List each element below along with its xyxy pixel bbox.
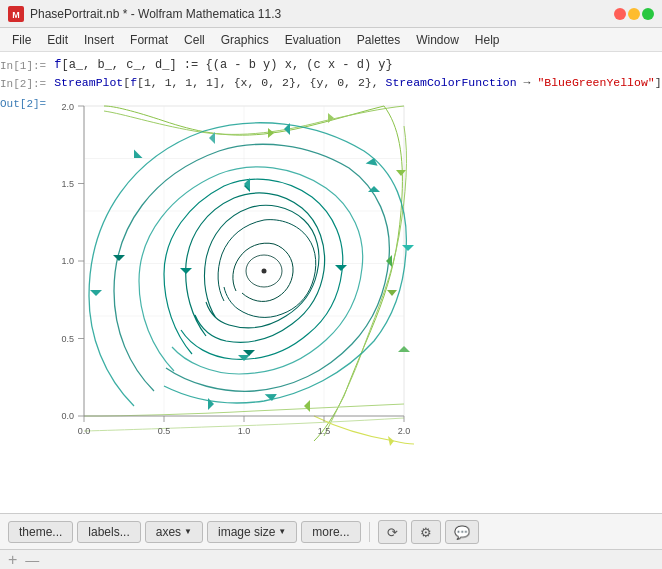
- axes-label: axes: [156, 525, 181, 539]
- menu-file[interactable]: File: [4, 31, 39, 49]
- svg-text:0.5: 0.5: [158, 426, 171, 436]
- svg-text:0.5: 0.5: [62, 334, 75, 344]
- settings-button[interactable]: ⚙: [411, 520, 441, 544]
- svg-text:1.0: 1.0: [238, 426, 251, 436]
- toolbar: theme... labels... axes ▼ image size ▼ m…: [0, 513, 662, 549]
- gear-icon: ⚙: [420, 525, 432, 540]
- svg-text:1.5: 1.5: [62, 179, 75, 189]
- in2-content[interactable]: StreamPlot[f[1, 1, 1, 1], {x, 0, 2}, {y,…: [54, 76, 662, 89]
- svg-text:2.0: 2.0: [398, 426, 411, 436]
- in1-label: In[1]:=: [0, 58, 54, 72]
- cloud-icon: ⟳: [387, 525, 398, 540]
- axes-button[interactable]: axes ▼: [145, 521, 203, 543]
- cloud-button[interactable]: ⟳: [378, 520, 407, 544]
- add-cell-button[interactable]: +: [8, 551, 17, 569]
- axes-dropdown-icon: ▼: [184, 527, 192, 536]
- svg-text:0.0: 0.0: [78, 426, 91, 436]
- menu-window[interactable]: Window: [408, 31, 467, 49]
- chat-button[interactable]: 💬: [445, 520, 479, 544]
- menu-evaluation[interactable]: Evaluation: [277, 31, 349, 49]
- svg-text:1.0: 1.0: [62, 256, 75, 266]
- menu-graphics[interactable]: Graphics: [213, 31, 277, 49]
- image-size-button[interactable]: image size ▼: [207, 521, 297, 543]
- theme-button[interactable]: theme...: [8, 521, 73, 543]
- notebook-content: In[1]:= f[a_, b_, c_, d_] := {(a - b y) …: [0, 52, 662, 513]
- titlebar-text: PhasePortrait.nb * - Wolfram Mathematica…: [30, 7, 608, 21]
- in1-content[interactable]: f[a_, b_, c_, d_] := {(a - b y) x, (c x …: [54, 58, 662, 72]
- image-size-label: image size: [218, 525, 275, 539]
- menu-palettes[interactable]: Palettes: [349, 31, 408, 49]
- menu-cell[interactable]: Cell: [176, 31, 213, 49]
- titlebar: M PhasePortrait.nb * - Wolfram Mathemati…: [0, 0, 662, 28]
- stream-plot: 0.0 0.5 1.0 1.5 2.0 0.0 0.5 1.0 1.5 2.0: [54, 96, 414, 456]
- in2-label: In[2]:=: [0, 76, 54, 90]
- cell-out2: Out[2]=: [0, 92, 662, 460]
- svg-point-11: [262, 269, 267, 274]
- menu-help[interactable]: Help: [467, 31, 508, 49]
- svg-text:2.0: 2.0: [62, 102, 75, 112]
- status-line: —: [25, 552, 39, 568]
- svg-text:0.0: 0.0: [62, 411, 75, 421]
- more-button[interactable]: more...: [301, 521, 360, 543]
- close-button[interactable]: [614, 8, 626, 20]
- svg-text:M: M: [12, 10, 20, 20]
- mathematica-icon: M: [8, 6, 24, 22]
- svg-text:1.5: 1.5: [318, 426, 331, 436]
- minimize-button[interactable]: [628, 8, 640, 20]
- menu-insert[interactable]: Insert: [76, 31, 122, 49]
- cell-in2: In[2]:= StreamPlot[f[1, 1, 1, 1], {x, 0,…: [0, 74, 662, 92]
- menubar: File Edit Insert Format Cell Graphics Ev…: [0, 28, 662, 52]
- out2-label: Out[2]=: [0, 96, 54, 110]
- window-controls: [614, 8, 654, 20]
- labels-button[interactable]: labels...: [77, 521, 140, 543]
- chat-icon: 💬: [454, 525, 470, 540]
- image-size-dropdown-icon: ▼: [278, 527, 286, 536]
- menu-edit[interactable]: Edit: [39, 31, 76, 49]
- toolbar-separator: [369, 522, 370, 542]
- statusbar: + —: [0, 549, 662, 569]
- menu-format[interactable]: Format: [122, 31, 176, 49]
- svg-marker-18: [388, 436, 394, 446]
- cell-in1: In[1]:= f[a_, b_, c_, d_] := {(a - b y) …: [0, 52, 662, 74]
- plot-svg: 0.0 0.5 1.0 1.5 2.0 0.0 0.5 1.0 1.5 2.0: [54, 96, 414, 456]
- maximize-button[interactable]: [642, 8, 654, 20]
